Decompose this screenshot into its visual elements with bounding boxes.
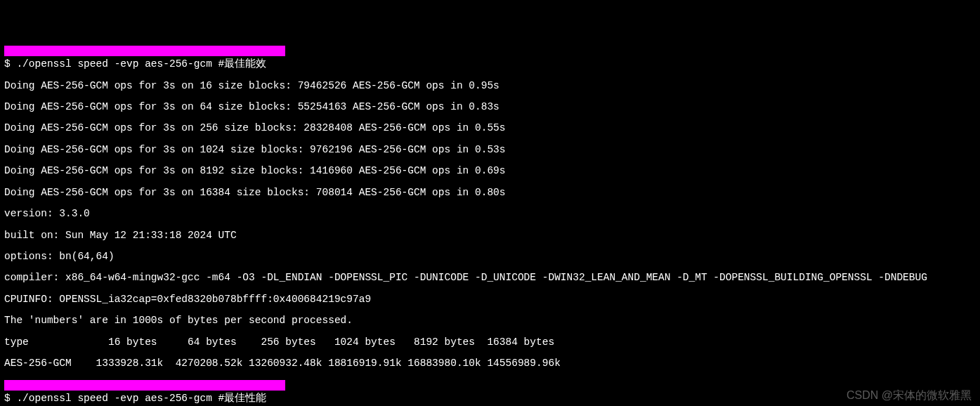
output-line: Doing AES-256-GCM ops for 3s on 256 size… [4,123,976,133]
redacted-block-1 [4,46,285,56]
table-result: AES-256-GCM 1333928.31k 4270208.52k 1326… [4,358,976,369]
compiler-line: compiler: x86_64-w64-mingw32-gcc -m64 -O… [4,273,976,283]
table-header: type 16 bytes 64 bytes 256 bytes 1024 by… [4,337,976,348]
command-prompt-1: $ ./openssl speed -evp aes-256-gcm #最佳能效 [4,59,976,70]
watermark: CSDN @宋体的微软雅黑 [847,390,972,402]
version-line: version: 3.3.0 [4,209,976,219]
output-line: Doing AES-256-GCM ops for 3s on 16 size … [4,81,976,91]
output-line: Doing AES-256-GCM ops for 3s on 16384 si… [4,188,976,198]
legend-line: The 'numbers' are in 1000s of bytes per … [4,315,976,326]
options-line: options: bn(64,64) [4,251,976,262]
command-prompt-2: $ ./openssl speed -evp aes-256-gcm #最佳性能 [4,393,976,404]
output-line: Doing AES-256-GCM ops for 3s on 8192 siz… [4,166,976,176]
cpuinfo-line: CPUINFO: OPENSSL_ia32cap=0xfed8320b078bf… [4,294,976,305]
output-line: Doing AES-256-GCM ops for 3s on 64 size … [4,102,976,112]
redacted-block-2 [4,380,285,391]
built-line: built on: Sun May 12 21:33:18 2024 UTC [4,230,976,241]
output-line: Doing AES-256-GCM ops for 3s on 1024 siz… [4,145,976,155]
